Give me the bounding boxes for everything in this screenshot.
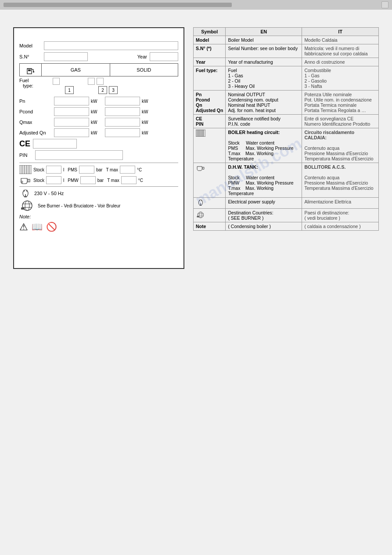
legend-row-power: PnPcondQnAdjusted Qn Nominal OUTPUTConde… [194,91,379,115]
legend-row-ce: CEPIN Surveillance notified bodyP.I.N. c… [194,115,379,128]
sym-countries [194,209,226,222]
fuel-num-1: 1 [65,86,74,94]
pms-field[interactable] [79,166,94,174]
year-field[interactable] [150,52,178,61]
dhw-row: Stock l PMW bar T max °C [19,176,178,185]
legend-row-dhw: D.H.W. TANK:Stock Water contentPMW Max. … [194,163,379,198]
en-fuel: Fuel1 - Gas2 - Oil3 - Heavy Oil [226,66,302,91]
top-bar [0,0,392,10]
dhw-stock-label: Stock [33,178,44,183]
pin-row: PIN [19,150,178,160]
adj-qn-field2[interactable] [105,128,140,137]
pmw-field[interactable] [80,176,96,184]
tmax-field[interactable] [120,166,135,174]
tmax-unit: °C [137,167,142,172]
model-field[interactable] [44,41,178,50]
heating-stock-unit: l [63,167,64,172]
svg-rect-40 [197,216,199,217]
adj-qn-unit: kW [91,131,100,135]
svg-rect-4 [33,71,34,73]
svg-point-37 [199,212,202,218]
en-sn: Serial Number: see on boiler body [226,44,302,58]
it-boiler: Circuito riscaldamento CALDAIA:Contenuto… [302,128,379,163]
adj-qn-field[interactable] [54,128,89,137]
en-ce: Surveillance notified bodyP.I.N. code [226,115,302,128]
pin-field[interactable] [35,150,123,160]
fuel-type-label: Fuel [19,78,41,83]
dhw-stock-field[interactable] [46,176,61,184]
pcond-unit2: kW [142,109,151,114]
pn-row: Pn kW kW [19,97,178,105]
solid-checkbox-1[interactable] [88,78,95,85]
svg-rect-1 [28,69,31,71]
heating-stock-field[interactable] [46,166,61,174]
page-content: Model S.N° Year GAS [0,10,392,282]
pcond-field[interactable] [54,107,89,116]
note-icons: ⚠ 📖 🚫 [19,221,178,233]
it-fuel: Combustibile1 - Gas2 - Gasolio3 - Nafta [302,66,379,91]
legend-row-note: Note ( Condensing boiler ) ( caldaia a c… [194,222,379,231]
year-label: Year [137,54,147,59]
it-elec: Alimentazione Elettrica [302,198,379,209]
it-note: ( caldaia a condensazione ) [302,222,379,231]
legend-row-year: Year Year of manufacturing Anno di costr… [194,58,379,66]
note-label: Note: [19,214,31,219]
sym-model: Model [194,36,226,44]
qmax-field[interactable] [54,118,89,127]
sym-elec [194,198,226,209]
pn-field[interactable] [54,97,89,105]
fuel-num-3: 3 [109,86,118,94]
pms-label: PMS [68,167,77,172]
fuel-icon-cell [20,64,42,76]
fuel-type-sub: type: [23,83,41,88]
electrical-text: 230 V - 50 Hz [34,191,64,196]
svg-point-20 [25,201,29,210]
tmax-label: T max [106,167,118,172]
solid-checkbox-2[interactable] [97,78,104,85]
col-it: IT [302,28,379,36]
tap-icon [19,176,32,185]
fuel-num-2: 2 [98,86,107,94]
sn-row: S.N° Year [19,52,178,61]
sym-dhw [194,163,226,198]
pcond-label: Pcond [19,109,52,114]
sn-field[interactable] [44,52,88,61]
qmax-field2[interactable] [105,118,140,127]
pin-label: PIN [19,152,32,158]
plug-legend-icon [196,199,205,206]
countries-text: See Burner - Vedi Bruciatore - Voir Brul… [38,203,120,208]
en-power: Nominal OUTPUTCondensing nom. outputNomi… [226,91,302,115]
pms-unit: bar [96,167,102,172]
sym-ce: CEPIN [194,115,226,128]
close-button[interactable] [381,1,388,8]
radiator-legend-icon [196,130,205,137]
dhw-tmax-field[interactable] [121,176,137,184]
qmax-row: Qmax kW kW [19,118,178,127]
legend-row-fuel: Fuel type: Fuel1 - Gas2 - Oil3 - Heavy O… [194,66,379,91]
qmax-unit2: kW [142,120,151,125]
qmax-unit: kW [91,120,100,125]
gas-checkbox[interactable] [53,78,60,85]
it-countries: Paesi di destinazione:( vedi bruciatore … [302,209,379,222]
pn-field2[interactable] [105,97,140,105]
legend-row-elec: Electrical power supply Alimentazione El… [194,198,379,209]
pcond-field2[interactable] [105,107,140,116]
en-note: ( Condensing boiler ) [226,222,302,231]
fuel-solid-label: SOLID [110,64,178,76]
sym-fuel: Fuel type: [194,66,226,91]
en-boiler: BOILER heating circuit:Stock Water conte… [226,128,302,163]
model-label: Model [19,43,41,48]
ce-symbol: CE [19,139,30,149]
label-panel: Model S.N° Year GAS [13,27,184,269]
en-elec: Electrical power supply [226,198,302,209]
it-year: Anno di costruzione [302,58,379,66]
sn-label: S.N° [19,54,41,59]
it-sn: Matricola: vedi il numero di fabbricazio… [302,44,379,58]
adj-qn-unit2: kW [142,131,151,135]
legend-row-sn: S.N° (*) Serial Number: see on boiler bo… [194,44,379,58]
sym-year: Year [194,58,226,66]
countries-row: See Burner - Vedi Bruciatore - Voir Brul… [19,200,178,212]
en-model: Boiler Model [226,36,302,44]
pn-label: Pn [19,98,52,104]
ce-field[interactable] [33,139,77,149]
